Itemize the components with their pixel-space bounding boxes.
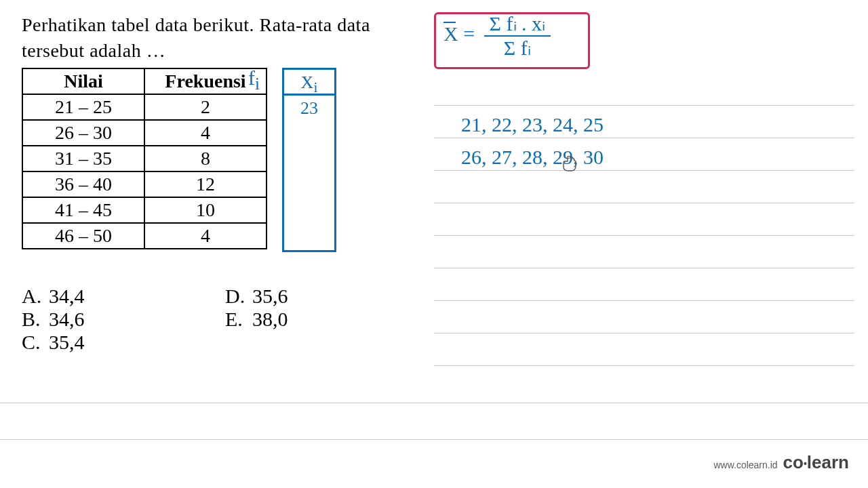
table-row: 31 – 358 [22,146,267,171]
question-line-2: tersebut adalah … [22,38,429,64]
xi-header-char: X [301,73,314,92]
data-table-wrap: Nilai Frekuensi 21 – 252 26 – 304 31 – 3… [22,68,429,249]
answer-C-value: 35,4 [49,331,85,353]
bar-overline [443,22,456,23]
divider-2 [0,439,868,440]
handwritten-work: 21, 22, 23, 24, 25 26, 27, 28, 29, 30 [461,108,604,174]
xi-body: 23 [284,96,334,250]
cell-frek: 4 [144,223,267,249]
table-row: 41 – 4510 [22,197,267,223]
answer-row-2: B.34,6 E.38,0 [22,308,288,331]
cell-nilai: 46 – 50 [22,223,144,249]
brand-pre: co [783,452,804,472]
fi-sub: i [255,75,260,93]
cell-nilai: 41 – 45 [22,197,144,223]
cell-frek: 10 [144,197,267,223]
cell-nilai: 26 – 30 [22,120,144,146]
cell-frek: 2 [144,94,267,120]
equals-sign: = [463,22,475,45]
work-line-1: 21, 22, 23, 24, 25 [461,108,604,141]
table-row: 26 – 304 [22,120,267,146]
mean-formula: X = Σ fᵢ . xᵢ Σ fᵢ [443,14,551,58]
page: Perhatikan tabel data berikut. Rata-rata… [0,0,868,488]
denominator: Σ fᵢ [484,35,551,58]
answer-E-value: 38,0 [252,308,288,330]
cursor-icon [561,156,578,174]
x-char: X [443,22,458,45]
numerator: Σ fᵢ . xᵢ [484,14,551,35]
work-line-2: 26, 27, 28, 29, 30 [461,141,604,174]
question-block: Perhatikan tabel data berikut. Rata-rata… [22,12,429,249]
cell-nilai: 36 – 40 [22,171,144,197]
cell-frek: 12 [144,171,267,197]
fi-char: f [248,66,255,89]
cell-frek: 4 [144,120,267,146]
x-bar: X [443,24,458,44]
cell-nilai: 31 – 35 [22,146,144,171]
answer-A-value: 34,4 [49,285,85,307]
fi-annotation: fi [248,66,260,94]
xi-header-sub: i [313,79,317,96]
answer-B: B.34,6 [22,308,225,331]
xi-column: Xi 23 [282,68,336,252]
brand-post: learn [807,452,849,472]
answer-row-3: C.35,4 [22,331,288,354]
footer: www.colearn.id co•learn [713,452,849,473]
table-row: 36 – 4012 [22,171,267,197]
data-table: Nilai Frekuensi 21 – 252 26 – 304 31 – 3… [22,68,267,249]
footer-url: www.colearn.id [713,460,777,470]
divider-1 [0,403,868,403]
cell-frek: 8 [144,146,267,171]
table-row: 46 – 504 [22,223,267,249]
brand-logo: co•learn [783,452,849,473]
cell-nilai: 21 – 25 [22,94,144,120]
answer-B-value: 34,6 [49,308,85,330]
xi-value-1: 23 [284,98,334,119]
answer-row-1: A.34,4 D.35,6 [22,285,288,308]
table-header-row: Nilai Frekuensi [22,68,267,94]
answer-D-value: 35,6 [252,285,288,307]
xi-header: Xi [284,70,334,96]
fraction: Σ fᵢ . xᵢ Σ fᵢ [484,14,551,58]
question-line-1: Perhatikan tabel data berikut. Rata-rata… [22,12,429,38]
table-row: 21 – 252 [22,94,267,120]
answer-D: D.35,6 [225,285,288,308]
answer-options: A.34,4 D.35,6 B.34,6 E.38,0 C.35,4 [22,285,288,354]
answer-C: C.35,4 [22,331,225,354]
answer-A: A.34,4 [22,285,225,308]
header-nilai: Nilai [22,68,144,94]
answer-E: E.38,0 [225,308,288,331]
